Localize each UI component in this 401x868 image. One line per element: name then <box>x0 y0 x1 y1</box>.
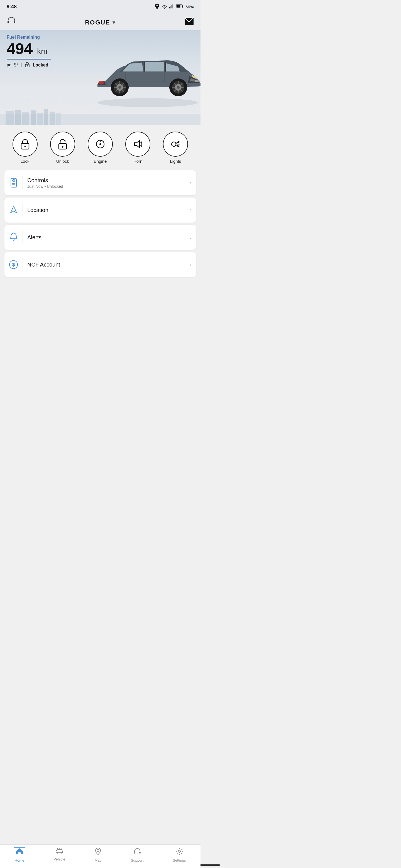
svg-rect-2 <box>171 5 172 8</box>
svg-point-20 <box>118 86 121 89</box>
battery-percent: 66% <box>185 4 194 9</box>
alerts-chevron: › <box>190 235 192 240</box>
status-icons: 66% <box>155 4 194 10</box>
controls-icon-wrap <box>9 176 23 190</box>
svg-rect-48 <box>44 109 48 125</box>
location-icon-wrap <box>9 203 23 217</box>
app-header: ROGUE ▾ <box>0 12 200 30</box>
svg-point-60 <box>99 143 101 145</box>
svg-point-52 <box>24 146 26 148</box>
svg-rect-5 <box>182 6 183 7</box>
city-skyline <box>0 108 200 125</box>
svg-rect-49 <box>50 112 55 125</box>
fuel-bar <box>7 59 51 60</box>
svg-rect-1 <box>170 6 171 8</box>
svg-rect-44 <box>15 110 21 125</box>
svg-rect-6 <box>176 5 180 7</box>
ncf-menu-item[interactable]: $ NCF Account › <box>4 252 196 277</box>
hero-section: Fuel Remaining 494 km 🌧 5° | Locked <box>0 30 200 125</box>
svg-point-11 <box>27 65 28 66</box>
svg-rect-16 <box>98 81 104 84</box>
lock-label: Lock <box>21 159 30 163</box>
mail-button[interactable] <box>184 18 194 27</box>
horn-circle[interactable] <box>125 132 150 157</box>
lock-control[interactable]: Lock <box>12 132 37 163</box>
fuel-unit: km <box>37 47 47 56</box>
svg-point-24 <box>177 86 180 89</box>
vehicle-name: ROGUE <box>85 19 110 26</box>
svg-point-13 <box>97 98 198 107</box>
ncf-chevron: › <box>190 262 192 268</box>
horn-label: Horn <box>134 159 143 163</box>
engine-label: Engine <box>94 159 107 163</box>
location-status-icon <box>155 4 159 10</box>
alerts-title: Alerts <box>27 234 185 241</box>
svg-text:$: $ <box>12 262 15 267</box>
controls-title: Controls <box>27 177 185 184</box>
car-image <box>89 36 200 114</box>
controls-menu-item[interactable]: Controls Just Now • Unlocked › <box>4 170 196 195</box>
svg-rect-50 <box>56 113 61 125</box>
lock-circle[interactable] <box>12 132 37 157</box>
alerts-menu-text: Alerts <box>27 234 185 241</box>
svg-rect-0 <box>169 7 170 8</box>
unlock-control[interactable]: Unlock <box>50 132 75 163</box>
controls-grid: Lock Unlock <box>4 132 196 163</box>
lights-control[interactable]: Lights <box>163 132 188 163</box>
chevron-down-icon: ▾ <box>113 20 116 26</box>
menu-section: Controls Just Now • Unlocked › Location … <box>0 168 200 299</box>
vehicle-selector[interactable]: ROGUE ▾ <box>85 19 116 26</box>
svg-rect-47 <box>37 113 43 125</box>
svg-rect-43 <box>6 111 14 125</box>
engine-control[interactable]: Engine <box>88 132 113 163</box>
location-chevron: › <box>190 207 192 213</box>
location-menu-text: Location <box>27 207 185 213</box>
svg-point-61 <box>172 142 176 146</box>
weather-icon: 🌧 <box>7 63 11 68</box>
location-menu-item[interactable]: Location › <box>4 197 196 223</box>
ncf-icon-wrap: $ <box>9 258 23 272</box>
location-title: Location <box>27 207 185 213</box>
engine-circle[interactable] <box>88 132 113 157</box>
svg-rect-8 <box>14 21 15 23</box>
svg-point-56 <box>62 146 63 148</box>
status-time: 9:48 <box>7 4 17 10</box>
svg-rect-3 <box>172 4 173 8</box>
status-bar: 9:48 66% <box>0 0 200 12</box>
support-headset-icon[interactable] <box>7 17 16 28</box>
lock-status-text: Locked <box>33 63 48 68</box>
alerts-menu-item[interactable]: Alerts › <box>4 225 196 250</box>
horn-control[interactable]: Horn <box>125 132 150 163</box>
controls-section: Lock Unlock <box>0 125 200 168</box>
lights-label: Lights <box>170 159 181 163</box>
svg-rect-7 <box>7 21 9 23</box>
lights-circle[interactable] <box>163 132 188 157</box>
unlock-circle[interactable] <box>50 132 75 157</box>
svg-point-68 <box>12 180 15 182</box>
ncf-menu-text: NCF Account <box>27 261 185 268</box>
signal-icon <box>169 4 174 10</box>
lock-status-icon <box>25 62 30 68</box>
controls-subtitle: Just Now • Unlocked <box>27 184 185 189</box>
controls-menu-text: Controls Just Now • Unlocked <box>27 177 185 189</box>
unlock-label: Unlock <box>56 159 69 163</box>
temperature: 5° <box>14 63 18 68</box>
alerts-icon-wrap <box>9 230 23 244</box>
svg-rect-42 <box>0 114 200 125</box>
wifi-icon <box>162 4 167 9</box>
svg-rect-46 <box>31 111 36 125</box>
fuel-number: 494 <box>7 40 33 57</box>
svg-rect-45 <box>22 113 29 125</box>
ncf-title: NCF Account <box>27 261 185 268</box>
svg-marker-71 <box>10 206 17 213</box>
controls-chevron: › <box>190 180 192 186</box>
battery-icon <box>176 4 183 9</box>
